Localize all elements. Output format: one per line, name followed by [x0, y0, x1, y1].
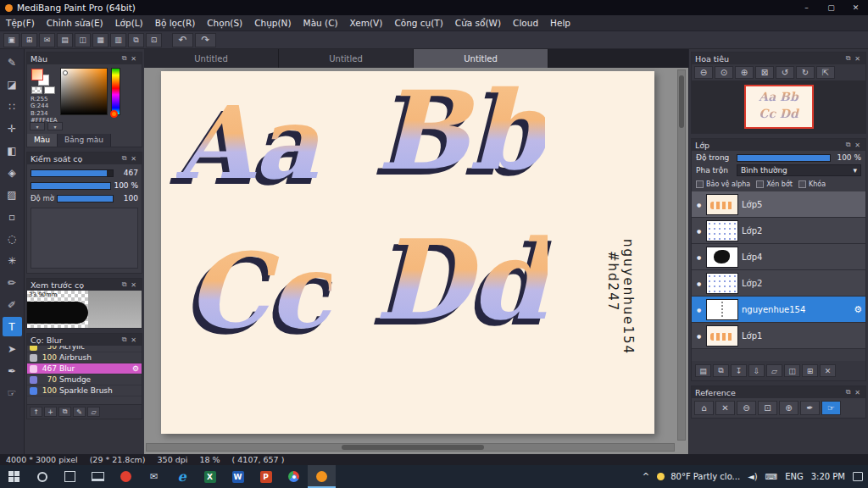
- snap-grid-button[interactable]: ▥: [110, 33, 126, 47]
- brush-opacity-slider[interactable]: [31, 182, 111, 190]
- new-layer-button[interactable]: ▤: [695, 364, 711, 377]
- navigator-thumbnail[interactable]: Aa Bb Cc Dd: [744, 85, 814, 129]
- doc-tab-3-active[interactable]: Untitled: [414, 49, 548, 68]
- close-panel-icon[interactable]: ✕: [129, 55, 138, 63]
- menu-snap[interactable]: Chụp(N): [248, 18, 297, 28]
- float-panel-icon[interactable]: ⧉: [843, 141, 853, 149]
- layer-visibility-icon[interactable]: ●: [695, 333, 703, 339]
- tab-palette[interactable]: Bảng màu: [58, 134, 111, 147]
- mail-app-button[interactable]: ✉: [140, 465, 168, 488]
- clipping-checkbox[interactable]: Xén bớt: [756, 180, 793, 188]
- float-panel-icon[interactable]: ⧉: [120, 336, 129, 344]
- brush-item-sparkle[interactable]: 100 Sparkle Brush: [27, 385, 142, 396]
- close-panel-icon[interactable]: ✕: [853, 141, 862, 149]
- dot-tool[interactable]: ∷: [3, 97, 22, 116]
- ref-hand-button[interactable]: ☞: [821, 401, 841, 415]
- float-panel-icon[interactable]: ⧉: [120, 154, 129, 163]
- transfer-layer-button[interactable]: ↧: [731, 364, 747, 377]
- menu-edit[interactable]: Chỉnh sửa(E): [41, 18, 109, 28]
- white-color-chip[interactable]: [44, 86, 55, 94]
- tab-color[interactable]: Màu: [27, 134, 58, 147]
- redo-button[interactable]: ↷: [195, 33, 216, 47]
- menu-layer[interactable]: Lớp(L): [109, 18, 149, 28]
- checkbox-icon[interactable]: [756, 180, 764, 188]
- layer-row-lop5[interactable]: ● Lớp5: [692, 191, 865, 218]
- material-button[interactable]: ◫: [75, 33, 91, 47]
- zoom-out-button[interactable]: ⊖: [694, 66, 713, 79]
- saturation-value-picker[interactable]: [60, 68, 108, 115]
- menu-help[interactable]: Help: [544, 18, 576, 28]
- layer-opacity-slider[interactable]: [737, 154, 831, 162]
- share-button[interactable]: ✉: [39, 33, 55, 47]
- float-panel-icon[interactable]: ⧉: [120, 54, 129, 63]
- duplicate-layer-button[interactable]: ⧉: [713, 364, 729, 377]
- layer-visibility-icon[interactable]: ●: [695, 228, 703, 234]
- menu-cloud[interactable]: Cloud: [507, 18, 544, 28]
- hue-slider[interactable]: [111, 68, 120, 115]
- close-panel-icon[interactable]: ✕: [129, 281, 138, 289]
- undo-button[interactable]: ↶: [172, 33, 193, 47]
- brush-item-smudge[interactable]: 70 Smudge: [27, 374, 142, 385]
- grid-button[interactable]: ▦: [92, 33, 108, 47]
- brush-item-airbrush[interactable]: 100 Airbrush: [27, 352, 142, 363]
- layer-row-lop2a[interactable]: ● Lớp2: [692, 218, 865, 244]
- layer-row-nguyenhue154-active[interactable]: ● nguyenhue154 ⚙: [692, 297, 865, 323]
- menu-file[interactable]: Tệp(F): [0, 18, 41, 28]
- doc-tab-2[interactable]: Untitled: [279, 49, 414, 68]
- eyedropper-tool[interactable]: ✒: [3, 361, 22, 380]
- blend-mode-select[interactable]: Bình thường ▾: [737, 164, 861, 176]
- add-brush-button[interactable]: +: [44, 407, 57, 417]
- merge-down-button[interactable]: ⇩: [748, 364, 765, 377]
- new-canvas-button[interactable]: ▣: [3, 33, 19, 47]
- menu-color[interactable]: Màu (C): [298, 18, 344, 28]
- maximize-button[interactable]: ▢: [819, 0, 843, 15]
- protect-alpha-checkbox[interactable]: Bảo vệ alpha: [696, 180, 750, 188]
- chrome-button[interactable]: [280, 465, 308, 488]
- sv-marker[interactable]: [63, 70, 68, 75]
- menu-filter[interactable]: Bộ lọc(R): [149, 18, 202, 28]
- menu-tools[interactable]: Công cụ(T): [388, 18, 448, 28]
- red-app-button[interactable]: [112, 465, 140, 488]
- gradient-tool[interactable]: ▨: [3, 185, 22, 204]
- layer-folder-button[interactable]: ▱: [766, 364, 782, 377]
- layer-settings-gear-icon[interactable]: ⚙: [854, 304, 862, 315]
- menu-window[interactable]: Cửa sổ(W): [449, 18, 507, 28]
- rotate-cw-button[interactable]: ↻: [796, 66, 815, 79]
- softness-slider[interactable]: [57, 195, 114, 202]
- notification-center-icon[interactable]: [853, 472, 863, 481]
- hidden-icons-chevron[interactable]: ^: [643, 472, 649, 481]
- transparent-color-chip[interactable]: [31, 86, 42, 94]
- layer-row-lop4[interactable]: ● Lớp4: [692, 244, 865, 270]
- settings-button[interactable]: ⊡: [146, 33, 162, 47]
- ref-clear-button[interactable]: ✕: [715, 401, 735, 415]
- bucket-tool[interactable]: ◈: [3, 163, 22, 182]
- layer-visibility-icon[interactable]: ●: [695, 280, 703, 286]
- vertical-scrollbar[interactable]: [677, 69, 686, 441]
- brush-size-slider[interactable]: [31, 169, 114, 177]
- close-panel-icon[interactable]: ✕: [129, 336, 138, 344]
- close-panel-icon[interactable]: ✕: [129, 155, 138, 163]
- edge-button[interactable]: e: [168, 465, 196, 488]
- close-panel-icon[interactable]: ✕: [853, 55, 862, 63]
- select-pen-tool[interactable]: ✏: [3, 273, 22, 292]
- excel-button[interactable]: X: [196, 465, 224, 488]
- brush-tool[interactable]: ✎: [3, 53, 22, 72]
- h-scroll-thumb[interactable]: [342, 445, 484, 450]
- start-button[interactable]: [0, 465, 28, 488]
- speaker-icon[interactable]: ◄): [748, 472, 758, 481]
- hand-tool[interactable]: ☞: [3, 383, 22, 402]
- checkbox-icon[interactable]: [696, 180, 704, 188]
- operation-tool[interactable]: ➤: [3, 339, 22, 358]
- delete-layer-button[interactable]: ✕: [820, 364, 836, 377]
- move-tool[interactable]: ✛: [3, 119, 22, 138]
- select-eraser-tool[interactable]: ✐: [3, 295, 22, 314]
- ref-zoom-out-button[interactable]: ⊖: [737, 401, 756, 415]
- eraser-tool[interactable]: ◪: [3, 75, 22, 94]
- zoom-reset-button[interactable]: ⊙: [715, 66, 733, 79]
- lasso-tool[interactable]: ◌: [3, 229, 22, 248]
- rotate-ccw-button[interactable]: ↺: [776, 66, 794, 79]
- foreground-color-swatch[interactable]: [31, 69, 43, 80]
- layer-visibility-icon[interactable]: ●: [695, 307, 703, 313]
- layer-row-lop1[interactable]: ● Lớp1: [692, 323, 865, 349]
- select-tool[interactable]: ▫: [3, 207, 22, 226]
